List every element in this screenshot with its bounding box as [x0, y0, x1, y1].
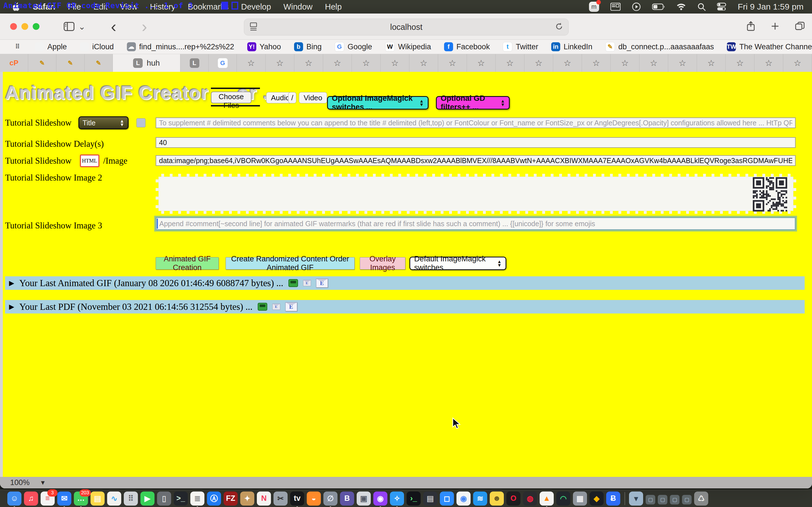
- menu-bar-clock[interactable]: Fri 9 Jan 1:59 pm: [738, 2, 804, 11]
- menu-help[interactable]: Help: [325, 2, 342, 11]
- spotlight-search-icon[interactable]: [697, 3, 706, 11]
- zoom-chevron-icon[interactable]: ▼: [40, 479, 46, 487]
- dock-minimized-window-icon[interactable]: ▢: [646, 495, 655, 504]
- dock-docker-icon[interactable]: ≋: [473, 492, 487, 506]
- tab-empty-9[interactable]: ☆: [467, 54, 496, 72]
- dock-bbedit-icon[interactable]: B: [340, 492, 354, 506]
- tab-empty-8[interactable]: ☆: [438, 54, 467, 72]
- tab-empty-1[interactable]: ☆: [237, 54, 266, 72]
- dock-iphone-mirroring-icon[interactable]: ▯: [157, 492, 171, 506]
- dock-minimized-window-icon[interactable]: ▢: [658, 495, 667, 504]
- reload-icon[interactable]: [555, 22, 563, 32]
- playback-menu-icon[interactable]: [632, 2, 641, 11]
- dock-finder-icon[interactable]: ☺: [7, 492, 21, 506]
- default-imagemagick-select[interactable]: Default ImageMagick switches ... ▲▼: [409, 257, 506, 270]
- tab-empty-7[interactable]: ☆: [409, 54, 438, 72]
- tab-empty-6[interactable]: ☆: [380, 54, 409, 72]
- bookmark-facebook[interactable]: fFacebook: [444, 42, 490, 51]
- dock-textedit-icon[interactable]: ≣: [190, 492, 204, 506]
- email-small-icon[interactable]: E: [303, 280, 311, 286]
- close-window-button[interactable]: [10, 23, 17, 30]
- dock-zoom-icon[interactable]: ◻: [440, 492, 454, 506]
- tab-empty-20[interactable]: ☆: [783, 54, 812, 72]
- dock-terminal-icon[interactable]: >_: [174, 492, 188, 506]
- dock-filezilla-icon[interactable]: FZ: [223, 492, 238, 506]
- tab-empty-2[interactable]: ☆: [266, 54, 294, 72]
- wifi-icon[interactable]: [676, 3, 686, 10]
- tab-empty-5[interactable]: ☆: [352, 54, 380, 72]
- dock-screenshot-icon[interactable]: ▣: [357, 492, 371, 506]
- dock-opera-icon[interactable]: O: [506, 492, 520, 506]
- minimize-window-button[interactable]: [21, 23, 28, 30]
- gd-filters-select[interactable]: Optional GD filters++ ... ▲▼: [436, 96, 510, 110]
- disclosure-triangle-icon[interactable]: ▶: [9, 303, 14, 311]
- tab-empty-14[interactable]: ☆: [611, 54, 640, 72]
- dock-sketch-icon[interactable]: ◆: [590, 492, 604, 506]
- dock-automator-icon[interactable]: ✦: [240, 492, 254, 506]
- dock-iterm-icon[interactable]: ›_: [407, 492, 421, 506]
- device-icon[interactable]: [258, 303, 267, 311]
- dock-bluetooth-icon[interactable]: Ƀ: [606, 492, 620, 506]
- dock-chrome-icon[interactable]: ◉: [456, 492, 470, 506]
- tab-empty-13[interactable]: ☆: [582, 54, 611, 72]
- zoom-window-button[interactable]: [33, 23, 40, 30]
- tab-pencil[interactable]: ✎: [28, 54, 56, 72]
- dock-trash-icon[interactable]: ♺: [694, 492, 708, 506]
- zoom-level[interactable]: 100%: [10, 478, 30, 487]
- dock-discord-icon[interactable]: ☻: [490, 492, 504, 506]
- dock-safari-icon[interactable]: ✧: [390, 492, 404, 506]
- dock-facetime-icon[interactable]: ▶: [140, 492, 154, 506]
- bookmark-apple[interactable]: Apple: [35, 42, 67, 51]
- sidebar-toggle-button[interactable]: [64, 22, 74, 31]
- delay-input[interactable]: [156, 137, 796, 148]
- dock-console-icon[interactable]: ▤: [423, 492, 437, 506]
- email-small-icon[interactable]: E: [272, 304, 280, 310]
- image3-input[interactable]: [156, 217, 796, 230]
- tab-cpanel[interactable]: cP: [0, 54, 28, 72]
- dock-firefox-icon[interactable]: ◒: [307, 492, 321, 506]
- tab-empty-12[interactable]: ☆: [553, 54, 582, 72]
- tab-empty-11[interactable]: ☆: [524, 54, 553, 72]
- last-pdf-accordion[interactable]: ▶ Your Last PDF (November 03 2021 06:14:…: [5, 300, 805, 314]
- dock-opera-gx-icon[interactable]: ◍: [523, 492, 537, 506]
- keyboard-menu-icon[interactable]: [610, 3, 620, 11]
- dock-app-store-icon[interactable]: Ⓐ: [207, 492, 221, 506]
- bookmark-twitter[interactable]: tTwitter: [503, 42, 538, 52]
- bookmark-yahoo[interactable]: Y!Yahoo: [247, 42, 281, 51]
- tab-empty-16[interactable]: ☆: [668, 54, 697, 72]
- tab-overview-icon[interactable]: [795, 22, 805, 32]
- dock-minimized-window-icon[interactable]: ▢: [670, 495, 679, 504]
- overlay-images-button[interactable]: Overlay Images: [360, 257, 405, 270]
- tab-empty-3[interactable]: ☆: [294, 54, 323, 72]
- bookmark-the-weather-channel[interactable]: TWThe Weather Channel: [727, 42, 812, 51]
- dock-vlc-icon[interactable]: ▲: [540, 492, 554, 506]
- dock-freeform-icon[interactable]: ∿: [107, 492, 121, 506]
- html-chip-button[interactable]: HTML: [80, 155, 99, 167]
- tab-empty-19[interactable]: ☆: [755, 54, 783, 72]
- dock-launchpad-icon[interactable]: ⠿: [124, 492, 138, 506]
- dock-kdenlive-icon[interactable]: ✂: [273, 492, 288, 506]
- menu-develop[interactable]: Develop: [241, 2, 271, 11]
- battery-icon[interactable]: [652, 3, 665, 10]
- notification-app-icon[interactable]: m: [589, 2, 599, 12]
- dock-container-icon[interactable]: ▦: [573, 492, 587, 506]
- dock-messages-icon[interactable]: …203: [74, 492, 88, 506]
- dock-mail-icon[interactable]: ✉: [57, 492, 71, 506]
- tab-empty-15[interactable]: ☆: [640, 54, 668, 72]
- email-large-icon[interactable]: E: [316, 279, 328, 288]
- tab-active-huh[interactable]: Lhuh: [113, 54, 181, 72]
- sidebar-chevron-icon[interactable]: ⌄: [79, 22, 86, 32]
- menu-window[interactable]: Window: [283, 2, 312, 11]
- choose-files-button[interactable]: Choose Files: [211, 92, 252, 103]
- share-icon[interactable]: [747, 21, 755, 33]
- dock-music-icon[interactable]: ♫: [24, 492, 38, 506]
- address-bar[interactable]: localhost: [244, 18, 569, 36]
- tab-pencil[interactable]: ✎: [85, 54, 113, 72]
- reader-icon[interactable]: [249, 22, 258, 33]
- new-tab-icon[interactable]: [771, 22, 779, 32]
- disclosure-triangle-icon[interactable]: ▶: [9, 279, 14, 287]
- device-icon[interactable]: [289, 279, 298, 287]
- bookmark-wikipedia[interactable]: WWikipedia: [385, 42, 431, 52]
- dock-apple-tv-icon[interactable]: tv: [290, 492, 304, 506]
- video-button[interactable]: Video: [299, 92, 327, 103]
